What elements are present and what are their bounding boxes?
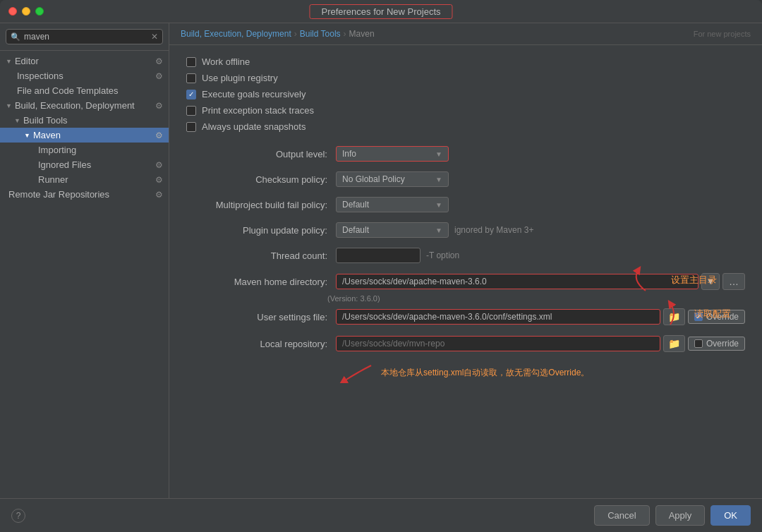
checksum-policy-dropdown[interactable]: No Global Policy ▼ bbox=[336, 171, 449, 187]
checkbox-execute-goals-recursively-label: Execute goals recursively bbox=[202, 89, 306, 99]
sidebar-item-build-execution-deployment[interactable]: ▼ Build, Execution, Deployment ⚙ bbox=[0, 98, 169, 113]
user-settings-annotation-area: 读取配置 bbox=[635, 300, 731, 328]
thread-count-control: -T option bbox=[336, 248, 745, 263]
sidebar-item-file-code-label: File and Code Templates bbox=[17, 85, 119, 96]
search-icon: 🔍 bbox=[11, 32, 20, 42]
sidebar-item-file-code-templates[interactable]: File and Code Templates bbox=[0, 83, 169, 98]
checksum-policy-control: No Global Policy ▼ bbox=[336, 171, 745, 187]
local-repository-input[interactable] bbox=[336, 336, 660, 351]
tree-arrow-bed: ▼ bbox=[6, 102, 12, 109]
output-level-dropdown[interactable]: Info ▼ bbox=[336, 146, 449, 162]
gear-icon-bed: ⚙ bbox=[155, 101, 163, 111]
maven-home-annotation-text: 设置主目录 bbox=[671, 274, 717, 286]
check-mark-execute-goals: ✓ bbox=[188, 90, 194, 98]
sidebar-item-importing[interactable]: Importing bbox=[0, 143, 169, 157]
breadcrumb-build-execution-deployment[interactable]: Build, Execution, Deployment bbox=[181, 29, 291, 39]
breadcrumb-note: For new projects bbox=[694, 30, 751, 38]
sidebar-item-inspections[interactable]: Inspections ⚙ bbox=[0, 68, 169, 83]
sidebar-item-bed-label: Build, Execution, Deployment bbox=[15, 100, 135, 111]
breadcrumb-build-tools[interactable]: Build Tools bbox=[300, 29, 341, 39]
sidebar-item-editor[interactable]: ▼ Editor ⚙ bbox=[0, 54, 169, 68]
breadcrumb-sep-1: › bbox=[294, 29, 297, 39]
checksum-policy-value: No Global Policy bbox=[342, 174, 405, 184]
local-repo-annotation-area: 本地仓库从setting.xml自动读取，故无需勾选Override。 bbox=[336, 362, 745, 383]
checkbox-work-offline: Work offline bbox=[186, 56, 745, 67]
form-row-output-level: Output level: Info ▼ bbox=[186, 146, 745, 162]
form-row-multiproject-build-fail-policy: Multiproject build fail policy: Default … bbox=[186, 197, 745, 212]
settings-area: Work offline Use plugin registry ✓ Execu… bbox=[169, 45, 762, 498]
checkbox-always-update-snapshots-box[interactable] bbox=[186, 122, 196, 132]
gear-icon-remote-jar: ⚙ bbox=[155, 190, 163, 200]
right-panel: Build, Execution, Deployment › Build Too… bbox=[169, 23, 762, 498]
close-button[interactable] bbox=[8, 7, 17, 16]
output-level-value: Info bbox=[342, 149, 356, 159]
local-repository-section: Local repository: 📁 Override bbox=[186, 335, 745, 383]
plugin-update-policy-control: Default ▼ ignored by Maven 3+ bbox=[336, 222, 745, 238]
local-repository-override-checkbox[interactable] bbox=[694, 339, 703, 348]
thread-count-note: -T option bbox=[426, 250, 459, 260]
tree-arrow-build-tools: ▼ bbox=[14, 117, 20, 124]
plugin-update-policy-dropdown-arrow: ▼ bbox=[435, 226, 442, 234]
arrow-to-setting bbox=[624, 266, 667, 294]
maximize-button[interactable] bbox=[35, 7, 44, 16]
user-settings-annotation-text: 读取配置 bbox=[694, 308, 731, 320]
search-clear-icon[interactable]: ✕ bbox=[151, 32, 158, 42]
breadcrumb: Build, Execution, Deployment › Build Too… bbox=[169, 23, 762, 45]
local-repository-override-button[interactable]: Override bbox=[688, 337, 745, 351]
checkbox-use-plugin-registry-box[interactable] bbox=[186, 73, 196, 83]
sidebar-item-editor-label: Editor bbox=[15, 56, 39, 66]
minimize-button[interactable] bbox=[22, 7, 30, 16]
output-level-control: Info ▼ bbox=[336, 146, 745, 162]
multiproject-build-fail-policy-label: Multiproject build fail policy: bbox=[186, 200, 327, 210]
local-repository-folder-button[interactable]: 📁 bbox=[663, 335, 685, 352]
gear-icon-runner: ⚙ bbox=[155, 175, 163, 185]
checkbox-work-offline-box[interactable] bbox=[186, 57, 196, 67]
tree-arrow-editor: ▼ bbox=[6, 58, 12, 65]
gear-icon-ignored-files: ⚙ bbox=[155, 160, 163, 170]
sidebar-item-remote-jar-label: Remote Jar Repositories bbox=[8, 189, 109, 200]
sidebar-item-runner-label: Runner bbox=[38, 174, 68, 185]
maven-home-label: Maven home directory: bbox=[186, 277, 327, 287]
ok-button[interactable]: OK bbox=[710, 505, 751, 526]
traffic-lights bbox=[8, 7, 44, 16]
multiproject-build-fail-policy-control: Default ▼ bbox=[336, 197, 745, 212]
form-row-plugin-update-policy: Plugin update policy: Default ▼ ignored … bbox=[186, 222, 745, 238]
apply-button[interactable]: Apply bbox=[655, 505, 706, 526]
checkbox-print-exception-stack-traces-box[interactable] bbox=[186, 106, 196, 116]
sidebar-item-build-tools[interactable]: ▼ Build Tools bbox=[0, 113, 169, 128]
search-bar: 🔍 ✕ bbox=[0, 23, 169, 51]
window-title: Preferences for New Projects bbox=[309, 4, 452, 19]
checkbox-execute-goals-recursively-box[interactable]: ✓ bbox=[186, 90, 196, 99]
help-icon[interactable]: ? bbox=[11, 509, 25, 523]
user-settings-label: User settings file: bbox=[186, 312, 327, 322]
sidebar-item-build-tools-label: Build Tools bbox=[23, 115, 68, 126]
search-input-wrap[interactable]: 🔍 ✕ bbox=[6, 29, 163, 44]
bottom-bar: ? Cancel Apply OK bbox=[0, 498, 762, 532]
sidebar-item-ignored-files[interactable]: Ignored Files ⚙ bbox=[0, 157, 169, 172]
plugin-update-policy-dropdown[interactable]: Default ▼ bbox=[336, 222, 449, 238]
checkbox-always-update-snapshots: Always update snapshots bbox=[186, 121, 745, 132]
checkbox-always-update-snapshots-label: Always update snapshots bbox=[202, 121, 306, 132]
user-settings-input[interactable] bbox=[336, 309, 660, 325]
checksum-policy-dropdown-arrow: ▼ bbox=[435, 176, 442, 183]
plugin-update-policy-label: Plugin update policy: bbox=[186, 225, 327, 236]
sidebar-item-remote-jar-repositories[interactable]: Remote Jar Repositories ⚙ bbox=[0, 187, 169, 202]
multiproject-build-fail-policy-dropdown[interactable]: Default ▼ bbox=[336, 197, 449, 212]
maven-home-browse-button[interactable]: … bbox=[722, 273, 745, 290]
gear-icon-maven: ⚙ bbox=[155, 131, 163, 140]
output-level-dropdown-arrow: ▼ bbox=[435, 150, 442, 158]
checkbox-print-exception-stack-traces: Print exception stack traces bbox=[186, 105, 745, 116]
sidebar-item-ignored-files-label: Ignored Files bbox=[38, 159, 91, 170]
gear-icon-inspections: ⚙ bbox=[155, 71, 163, 81]
sidebar-item-inspections-label: Inspections bbox=[17, 71, 64, 81]
thread-count-label: Thread count: bbox=[186, 250, 327, 261]
multiproject-build-fail-policy-dropdown-arrow: ▼ bbox=[435, 201, 442, 209]
search-input[interactable] bbox=[24, 32, 147, 42]
sidebar-item-runner[interactable]: Runner ⚙ bbox=[0, 172, 169, 187]
sidebar-item-maven[interactable]: ▼ Maven ⚙ bbox=[0, 128, 169, 143]
cancel-button[interactable]: Cancel bbox=[594, 505, 649, 526]
gear-icon-editor: ⚙ bbox=[155, 56, 163, 66]
thread-count-input[interactable] bbox=[336, 248, 421, 263]
sidebar-item-importing-label: Importing bbox=[38, 145, 76, 155]
local-repository-label: Local repository: bbox=[186, 339, 327, 349]
